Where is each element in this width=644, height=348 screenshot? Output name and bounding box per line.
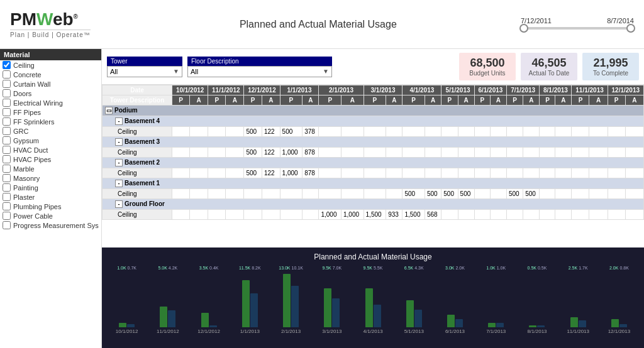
sidebar-item[interactable]: Plumbing Pipes — [0, 202, 101, 211]
b1c13a — [625, 189, 643, 199]
b3-expand-icon[interactable]: - — [115, 138, 123, 146]
c12a — [589, 127, 608, 137]
bar-date-label: 4/1/2013 — [363, 329, 382, 334]
date-slider[interactable] — [521, 27, 634, 30]
sidebar-item[interactable]: Concrete — [0, 70, 101, 79]
tower-select[interactable]: All ▼ — [107, 66, 182, 77]
actual-value-label: 8.2K — [252, 266, 260, 270]
b2c6p — [364, 168, 386, 178]
sidebar-checkbox[interactable] — [3, 193, 11, 201]
b3c1p — [172, 148, 190, 158]
sidebar-item[interactable]: FF Pipes — [0, 107, 101, 117]
c10a — [523, 127, 540, 137]
th-pa-p2: P — [208, 95, 226, 106]
bar-date-label: 1/1/2013 — [240, 329, 260, 334]
c9a — [490, 127, 506, 137]
b3c12a — [589, 148, 608, 158]
bar-pair — [406, 271, 422, 327]
bar-value-labels: 3.0K2.0K — [445, 266, 465, 270]
sidebar-item[interactable]: Progress Measurement Sys — [0, 220, 101, 230]
th-pa-a6: A — [386, 95, 402, 106]
sidebar-checkbox[interactable] — [3, 89, 11, 97]
sidebar-checkbox[interactable] — [3, 183, 11, 192]
th-date-7: 4/1/2013 — [402, 85, 441, 95]
date-labels: 7/12/2011 8/7/2014 — [521, 17, 634, 24]
sidebar-checkbox[interactable] — [3, 155, 11, 163]
actual-value-label: 0.8K — [619, 266, 628, 270]
sidebar-checkbox[interactable] — [3, 146, 11, 154]
b3c4p: 1,000 — [280, 148, 303, 158]
sidebar-item[interactable]: Gypsum — [0, 136, 101, 145]
sidebar-item[interactable]: Ceiling — [0, 60, 101, 70]
sidebar-item[interactable]: GRC — [0, 126, 101, 136]
table-row-subgroup-b4: -Basement 4 — [103, 116, 644, 127]
b1c8a: 500 — [458, 189, 474, 199]
sidebar-item[interactable]: Painting — [0, 183, 101, 192]
planned-value-label: 6.5K — [404, 266, 413, 270]
floor-select[interactable]: All ▼ — [187, 66, 332, 77]
sidebar-checkbox[interactable] — [3, 108, 11, 116]
sidebar-checkbox[interactable] — [3, 202, 11, 210]
sidebar-checkbox[interactable] — [3, 174, 11, 182]
bar-value-labels: 9.5K5.5K — [364, 266, 383, 270]
sidebar-item[interactable]: Doors — [0, 89, 101, 98]
sidebar-checkbox[interactable] — [3, 80, 11, 88]
bar-value-labels: 11.5K8.2K — [239, 266, 261, 270]
gfc13p — [608, 210, 625, 220]
chart-bar-group: 9.5K5.5K4/1/2013 — [353, 266, 392, 334]
bar-pair — [570, 271, 586, 327]
th-pa-p8: P — [441, 95, 458, 106]
sidebar-item[interactable]: Power Cable — [0, 211, 101, 220]
gfc5a: 1,000 — [341, 210, 364, 220]
chart-bar-group: 13.0K10.1K2/1/2013 — [271, 266, 311, 334]
b4-expand-icon[interactable]: - — [115, 117, 123, 125]
table-row-b1-ceiling: Ceiling 500500 500500 500500 — [103, 189, 644, 199]
th-pa-a13: A — [625, 95, 643, 106]
sidebar-item[interactable]: Plaster — [0, 192, 101, 202]
sidebar-checkbox[interactable] — [3, 117, 11, 126]
gfc2p — [208, 210, 226, 220]
sidebar-item[interactable]: FF Sprinklers — [0, 117, 101, 126]
actual-value-label: 0.4K — [209, 266, 218, 270]
logo-highlight: W — [36, 9, 53, 29]
b1c1p — [172, 189, 190, 199]
sidebar-checkbox[interactable] — [3, 212, 11, 220]
th-date-6: 3/1/2013 — [364, 85, 402, 95]
sidebar-checkbox[interactable] — [3, 136, 11, 144]
sidebar-item-label: Progress Measurement Sys — [13, 222, 99, 229]
b1c11p — [540, 189, 555, 199]
gf-expand-icon[interactable]: - — [115, 200, 123, 208]
logo-text: PMWeb® — [10, 11, 91, 28]
b1-expand-icon[interactable]: - — [115, 180, 123, 187]
sidebar-checkbox[interactable] — [3, 165, 11, 173]
sidebar-item[interactable]: HVAC Duct — [0, 145, 101, 155]
sidebar-checkbox[interactable] — [3, 127, 11, 135]
b3c5p — [319, 148, 341, 158]
th-pa-p5: P — [319, 95, 341, 106]
sidebar-checkbox[interactable] — [3, 70, 11, 79]
sidebar-item-label: Masonry — [13, 175, 40, 182]
sidebar-checkbox[interactable] — [3, 221, 11, 229]
slider-handle-left[interactable] — [519, 24, 528, 33]
b3c9a — [490, 148, 506, 158]
sidebar-checkbox[interactable] — [3, 99, 11, 107]
sidebar-item[interactable]: Curtain Wall — [0, 79, 101, 89]
sidebar-item[interactable]: HVAC Pipes — [0, 155, 101, 164]
podium-expand-icon[interactable]: ▭ — [105, 107, 113, 114]
sidebar-item[interactable]: Masonry — [0, 173, 101, 183]
logo: PMWeb® Plan | Build | Operate™ — [10, 11, 91, 38]
planned-value-label: 1.0K — [117, 266, 126, 270]
b3c6a — [386, 148, 402, 158]
sidebar-item[interactable]: Marble — [0, 164, 101, 173]
b2-expand-icon[interactable]: - — [115, 159, 123, 166]
chart-bar-group: 3.0K2.0K6/1/2013 — [435, 266, 475, 334]
planned-value-label: 3.5K — [199, 266, 208, 270]
th-date-3: 12/1/2012 — [244, 85, 280, 95]
bar-date-label: 11/1/2013 — [567, 329, 589, 334]
floor-filter: Floor Description All ▼ — [187, 57, 332, 77]
sidebar-checkbox[interactable] — [3, 61, 11, 69]
b3c13a — [625, 148, 643, 158]
chart-container: 1.0K0.7K10/1/20125.0K4.2K11/1/20123.5K0.… — [107, 265, 639, 334]
sidebar-item[interactable]: Electrical Wiring — [0, 98, 101, 107]
slider-handle-right[interactable] — [626, 24, 635, 33]
